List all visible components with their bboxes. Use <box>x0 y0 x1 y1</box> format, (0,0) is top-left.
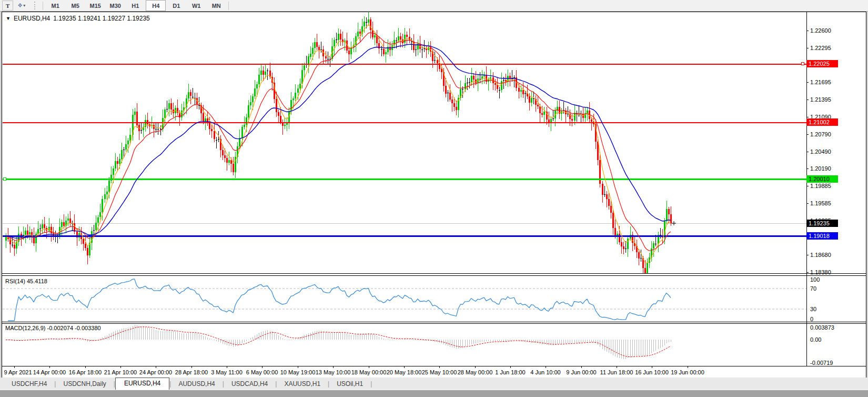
price-tick-mark <box>806 48 809 48</box>
timeframe-button-h4[interactable]: H4 <box>146 0 166 11</box>
time-tick-mark <box>49 366 50 368</box>
time-tick-mark <box>510 366 511 368</box>
insert-text-button[interactable]: T <box>2 1 13 11</box>
time-tick-label: 20 May 18:00 <box>387 369 422 375</box>
time-tick-label: 16 Apr 18:00 <box>69 369 102 375</box>
time-tick-label: 9 Jun 00:00 <box>566 369 597 375</box>
time-tick-label: 3 May 11:00 <box>211 369 243 375</box>
time-axis[interactable]: 9 Apr 202114 Apr 00:0016 Apr 18:0021 Apr… <box>2 366 866 378</box>
time-tick-label: 18 May 00:00 <box>351 369 387 375</box>
macd-tick-label: -0.00719 <box>810 360 833 366</box>
chart-window: ▼ EURUSD,H4 1.19235 1.19241 1.19227 1.19… <box>2 12 866 378</box>
price-tag-1.22025: 1.22025 <box>806 60 838 67</box>
chart-tab-usdchf[interactable]: USDCHF,H4 <box>4 379 54 390</box>
rsi-tick-label: 30 <box>810 306 816 312</box>
time-tick-label: 21 Apr 10:00 <box>104 369 137 375</box>
rsi-panel[interactable] <box>2 276 806 322</box>
chart-tab-audusd[interactable]: AUDUSD,H4 <box>171 379 222 390</box>
tab-separator: | <box>370 380 372 390</box>
toolbar-grip <box>34 2 37 9</box>
macd-label: MACD(12,26,9) -0.002074 -0.003380 <box>5 325 101 331</box>
rsi-label: RSI(14) 45.4118 <box>5 278 47 284</box>
price-tick-label: 1.20490 <box>810 148 831 155</box>
chart-tab-eurusd[interactable]: EURUSD,H4 <box>115 378 169 390</box>
drawing-tools-button[interactable]: ❖ ▾ <box>14 1 28 10</box>
price-tick-mark <box>806 272 809 273</box>
time-tick-mark <box>333 366 334 368</box>
time-tick-mark <box>581 366 582 368</box>
chart-tab-usoil[interactable]: USOil,H1 <box>329 379 370 390</box>
timeframe-button-d1[interactable]: D1 <box>167 1 186 10</box>
timeframe-toolbar: T ❖ ▾ M1M5M15M30H1H4D1W1MN <box>0 0 868 12</box>
price-axis[interactable]: 1.226001.222951.219951.216951.213951.210… <box>806 12 866 366</box>
time-tick-label: 28 May 00:00 <box>458 369 493 375</box>
chart-tab-xauusd[interactable]: XAUUSD,H1 <box>277 379 328 390</box>
timeframe-button-m5[interactable]: M5 <box>66 1 85 10</box>
time-tick-mark <box>369 366 369 368</box>
macd-tick-label: 0.00 <box>810 336 821 343</box>
macd-panel[interactable] <box>2 324 806 366</box>
time-tick-label: 10 May 19:00 <box>280 369 316 375</box>
price-tick-mark <box>806 134 809 135</box>
time-tick-mark <box>475 366 476 368</box>
chart-title: ▼ EURUSD,H4 1.19235 1.19241 1.19227 1.19… <box>6 15 150 22</box>
time-tick-label: 24 Apr 00:00 <box>139 369 172 375</box>
price-tick-label: 1.21395 <box>810 96 831 103</box>
timeframe-button-m1[interactable]: M1 <box>46 1 65 10</box>
timeframe-button-m30[interactable]: M30 <box>106 1 125 10</box>
price-tick-label: 1.21695 <box>810 79 831 85</box>
price-tick-mark <box>806 168 809 169</box>
status-strip <box>0 390 868 397</box>
time-tick-mark <box>688 366 688 368</box>
time-tick-label: 13 May 10:00 <box>316 369 351 375</box>
chart-plot-area[interactable] <box>2 12 806 273</box>
time-tick-mark <box>546 366 546 368</box>
timeframe-button-w1[interactable]: W1 <box>187 1 206 10</box>
timeframe-button-h1[interactable]: H1 <box>126 1 145 10</box>
rsi-tick-label: 70 <box>810 285 816 292</box>
time-tick-label: 25 May 10:00 <box>422 369 457 375</box>
time-tick-label: 28 Apr 18:00 <box>175 369 208 375</box>
symbol-dropdown-icon[interactable]: ▼ <box>6 16 11 21</box>
mt4-terminal: T ❖ ▾ M1M5M15M30H1H4D1W1MN ▼ EURUSD,H4 1… <box>0 0 868 397</box>
toolbar-separator <box>228 2 229 10</box>
price-tick-label: 1.20790 <box>810 131 831 137</box>
chart-tab-usdcnh[interactable]: USDCNH,Daily <box>56 379 113 390</box>
timeframe-buttons: M1M5M15M30H1H4D1W1MN <box>45 0 226 11</box>
drawing-tools-icon: ❖ <box>17 2 22 9</box>
chart-tab-usdcad[interactable]: USDCAD,H4 <box>224 379 275 390</box>
time-tick-label: 11 Jun 18:00 <box>600 369 633 375</box>
toolbar-separator <box>43 2 43 10</box>
price-tick-mark <box>806 203 809 204</box>
timeframe-button-mn[interactable]: MN <box>207 1 226 10</box>
price-tick-mark <box>806 31 809 31</box>
time-tick-mark <box>85 366 86 368</box>
time-tick-mark <box>617 366 617 368</box>
price-tick-mark <box>806 82 809 83</box>
time-tick-mark <box>191 366 192 368</box>
price-tick-label: 1.22295 <box>810 45 831 51</box>
time-tick-mark <box>439 366 440 368</box>
timeframe-button-m15[interactable]: M15 <box>86 1 105 10</box>
price-tick-label: 1.19885 <box>810 183 831 189</box>
price-tick-mark <box>806 117 809 117</box>
price-tick-mark <box>806 152 809 152</box>
time-tick-mark <box>262 366 263 368</box>
time-tick-mark <box>652 366 652 368</box>
price-tick-label: 1.18680 <box>810 252 831 258</box>
rsi-tick-label: 100 <box>810 276 820 283</box>
price-tick-mark <box>806 255 809 255</box>
rsi-tick-label: 0 <box>810 316 813 322</box>
price-tick-mark <box>806 100 809 100</box>
time-tick-label: 6 May 00:00 <box>246 369 278 375</box>
price-tag-1.21002: 1.21002 <box>806 118 838 126</box>
time-tick-label: 1 Jun 18:00 <box>495 369 526 375</box>
price-tick-mark <box>806 186 809 186</box>
symbol-timeframe-label: EURUSD,H4 <box>14 15 50 22</box>
price-tag-1.19018: 1.19018 <box>806 232 838 240</box>
time-tick-label: 16 Jun 10:00 <box>635 369 669 375</box>
price-tag-1.20010: 1.20010 <box>806 175 838 183</box>
price-tag-1.19235: 1.19235 <box>806 220 838 227</box>
price-tick-label: 1.22600 <box>810 27 831 34</box>
time-tick-mark <box>227 366 227 368</box>
